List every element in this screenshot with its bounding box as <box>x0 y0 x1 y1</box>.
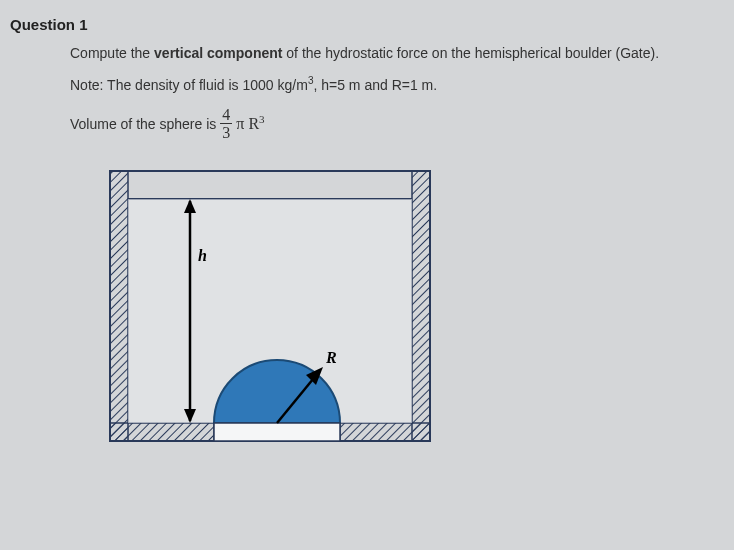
volume-formula: Volume of the sphere is 4 3 π R3 <box>70 107 724 141</box>
fraction-num: 4 <box>220 107 232 124</box>
question-prompt: Compute the vertical component of the hy… <box>70 45 724 61</box>
fraction: 4 3 <box>220 107 232 141</box>
fraction-den: 3 <box>222 124 230 141</box>
volume-label: Volume of the sphere is <box>70 116 216 132</box>
prompt-after: of the hydrostatic force on the hemisphe… <box>282 45 659 61</box>
tank-right-wall <box>412 171 430 441</box>
diagram: h R <box>80 161 724 465</box>
prompt-bold: vertical component <box>154 45 282 61</box>
tank-bottom-left <box>110 423 214 441</box>
formula-exp: 3 <box>259 113 265 125</box>
tank-bottom-right <box>340 423 430 441</box>
question-note: Note: The density of fluid is 1000 kg/m3… <box>70 75 724 93</box>
bottom-gap <box>214 423 340 441</box>
tank-left-wall <box>110 171 128 441</box>
formula-pi: π R <box>236 116 259 133</box>
note-before: Note: The density of fluid is 1000 kg/m <box>70 77 308 93</box>
label-r: R <box>325 349 337 366</box>
question-number: Question 1 <box>10 16 724 33</box>
label-h: h <box>198 247 207 264</box>
prompt-before: Compute the <box>70 45 154 61</box>
note-mid: , h=5 m and R=1 m. <box>313 77 437 93</box>
formula-rest: π R3 <box>236 113 264 133</box>
tank-diagram-svg: h R <box>80 161 460 461</box>
